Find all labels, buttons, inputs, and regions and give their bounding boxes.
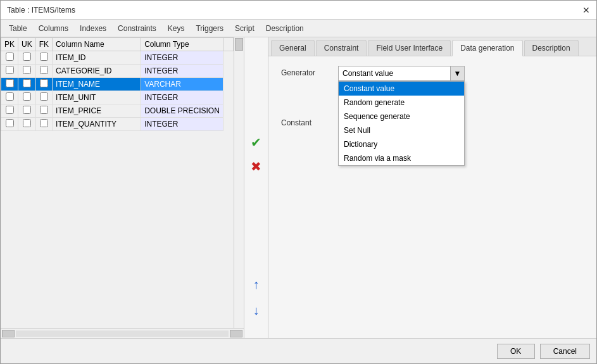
- uk-checkbox-cell: [18, 118, 36, 131]
- menu-script[interactable]: Script: [230, 22, 260, 35]
- table-row[interactable]: CATEGORIE_ID INTEGER: [1, 65, 234, 78]
- fk-checkbox-cell: [35, 104, 52, 118]
- tab-data-generation[interactable]: Data generation: [452, 40, 522, 56]
- option-sequence-generate[interactable]: Sequence generate: [339, 110, 464, 123]
- table-row[interactable]: ITEM_QUANTITY INTEGER: [1, 118, 234, 131]
- pk-checkbox[interactable]: [6, 119, 14, 127]
- option-random-mask[interactable]: Random via a mask: [339, 151, 464, 165]
- tab-description[interactable]: Description: [524, 40, 579, 56]
- pk-checkbox-cell: [1, 51, 18, 65]
- col-header-scroll: [223, 38, 233, 51]
- pk-checkbox[interactable]: [6, 79, 14, 87]
- generator-row: Generator Constant value ▼ Constant valu…: [281, 66, 584, 81]
- tab-general[interactable]: General: [271, 40, 315, 56]
- uk-checkbox[interactable]: [23, 53, 31, 61]
- column-name-cell: ITEM_QUANTITY: [53, 118, 141, 131]
- tabs-bar: General Constraint Field User Interface …: [268, 37, 596, 56]
- pk-checkbox-cell: [1, 91, 18, 104]
- pk-checkbox-cell: [1, 104, 18, 118]
- column-name-cell: ITEM_PRICE: [53, 104, 141, 118]
- column-name-cell: ITEM_NAME: [53, 78, 141, 91]
- move-down-button[interactable]: ↓: [251, 301, 262, 320]
- fk-checkbox[interactable]: [40, 79, 48, 87]
- main-content: PK UK FK Column Name Column Type ITEM_ID…: [1, 37, 596, 338]
- move-up-button[interactable]: ↑: [251, 275, 262, 294]
- ok-button[interactable]: OK: [497, 344, 535, 359]
- dropdown-arrow-icon: ▼: [450, 66, 464, 80]
- uk-checkbox[interactable]: [23, 66, 31, 74]
- uk-checkbox[interactable]: [23, 119, 31, 127]
- generator-control: Constant value ▼ Constant value Random g…: [338, 66, 584, 81]
- menu-triggers[interactable]: Triggers: [191, 22, 229, 35]
- uk-checkbox[interactable]: [23, 92, 31, 101]
- menu-bar: Table Columns Indexes Constraints Keys T…: [1, 20, 596, 37]
- reject-button[interactable]: ✖: [248, 156, 264, 177]
- fk-checkbox-cell: [35, 65, 52, 78]
- window-title: Table : ITEMS/Items: [7, 6, 75, 15]
- column-type-cell: INTEGER: [141, 91, 223, 104]
- generator-select-wrapper: Constant value ▼ Constant value Random g…: [338, 66, 465, 81]
- pk-checkbox-cell: [1, 118, 18, 131]
- confirm-button[interactable]: ✔: [248, 132, 264, 153]
- vertical-scrollbar[interactable]: [234, 37, 244, 328]
- col-header-type: Column Type: [141, 38, 223, 51]
- option-dictionary[interactable]: Dictionary: [339, 137, 464, 151]
- fk-checkbox[interactable]: [40, 106, 48, 114]
- table-row[interactable]: ITEM_PRICE DOUBLE PRECISION: [1, 104, 234, 118]
- fk-checkbox-cell: [35, 118, 52, 131]
- table-row[interactable]: ITEM_UNIT INTEGER: [1, 91, 234, 104]
- fk-checkbox[interactable]: [40, 119, 48, 127]
- h-scroll-area[interactable]: [1, 328, 244, 338]
- pk-checkbox[interactable]: [6, 106, 14, 114]
- constant-label: Constant: [281, 116, 338, 127]
- option-constant-value[interactable]: Constant value: [339, 82, 464, 96]
- left-panel: PK UK FK Column Name Column Type ITEM_ID…: [1, 37, 244, 338]
- fk-checkbox[interactable]: [40, 66, 48, 74]
- fk-checkbox-cell: [35, 51, 52, 65]
- col-header-pk: PK: [1, 38, 18, 51]
- uk-checkbox-cell: [18, 65, 36, 78]
- menu-constraints[interactable]: Constraints: [113, 22, 161, 35]
- column-type-cell: INTEGER: [141, 51, 223, 65]
- column-type-cell: DOUBLE PRECISION: [141, 104, 223, 118]
- column-type-cell: INTEGER: [141, 65, 223, 78]
- uk-checkbox-cell: [18, 78, 36, 91]
- generator-label: Generator: [281, 66, 338, 77]
- table-row[interactable]: ITEM_ID INTEGER: [1, 51, 234, 65]
- tab-constraint[interactable]: Constraint: [316, 40, 367, 56]
- uk-checkbox[interactable]: [23, 79, 31, 87]
- menu-table[interactable]: Table: [4, 22, 32, 35]
- columns-grid: PK UK FK Column Name Column Type ITEM_ID…: [1, 37, 234, 131]
- fk-checkbox[interactable]: [40, 53, 48, 61]
- menu-indexes[interactable]: Indexes: [75, 22, 111, 35]
- pk-checkbox[interactable]: [6, 66, 14, 74]
- column-name-cell: ITEM_UNIT: [53, 91, 141, 104]
- table-row[interactable]: ITEM_NAME VARCHAR: [1, 78, 234, 91]
- right-panel: General Constraint Field User Interface …: [268, 37, 596, 338]
- tab-field-ui[interactable]: Field User Interface: [368, 40, 451, 56]
- fk-checkbox-cell: [35, 91, 52, 104]
- menu-description[interactable]: Description: [261, 22, 309, 35]
- uk-checkbox[interactable]: [23, 106, 31, 114]
- pk-checkbox-cell: [1, 78, 18, 91]
- cancel-button[interactable]: Cancel: [540, 344, 590, 359]
- fk-checkbox[interactable]: [40, 92, 48, 101]
- bottom-bar: OK Cancel: [1, 338, 596, 363]
- generator-select[interactable]: Constant value ▼: [338, 66, 465, 81]
- fk-checkbox-cell: [35, 78, 52, 91]
- uk-checkbox-cell: [18, 51, 36, 65]
- close-button[interactable]: ✕: [582, 6, 590, 15]
- pk-checkbox[interactable]: [6, 53, 14, 61]
- col-header-name: Column Name: [53, 38, 141, 51]
- pk-checkbox[interactable]: [6, 92, 14, 101]
- column-table: PK UK FK Column Name Column Type ITEM_ID…: [1, 37, 234, 328]
- menu-keys[interactable]: Keys: [163, 22, 190, 35]
- uk-checkbox-cell: [18, 104, 36, 118]
- col-header-uk: UK: [18, 38, 36, 51]
- option-set-null[interactable]: Set Null: [339, 123, 464, 137]
- option-random-generate[interactable]: Random generate: [339, 96, 464, 110]
- pk-checkbox-cell: [1, 65, 18, 78]
- menu-columns[interactable]: Columns: [34, 22, 73, 35]
- col-header-fk: FK: [35, 38, 52, 51]
- column-type-cell: INTEGER: [141, 118, 223, 131]
